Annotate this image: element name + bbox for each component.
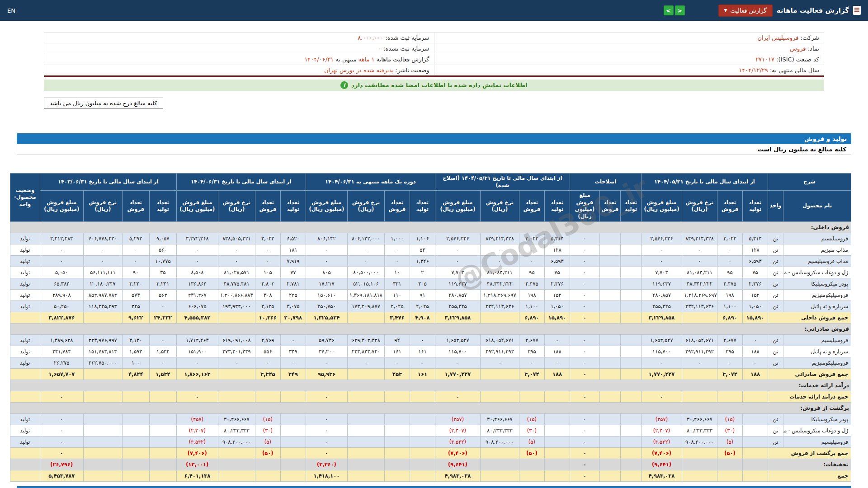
col-group-header: از ابتدای سال مالی تا تاریخ ۱۴۰۴/۰۵/۳۱	[641, 174, 768, 191]
value-cell: ۰	[410, 335, 435, 346]
unit-cell: تن	[768, 290, 783, 301]
row-label: جمع	[768, 470, 851, 482]
value-cell: ۱۵۴	[544, 290, 570, 301]
value-cell: ۷۵	[544, 267, 570, 278]
language-toggle[interactable]: EN	[7, 7, 15, 14]
col-group-header: از ابتدای سال مالی تا تاریخ ۱۴۰۳/۰۶/۳۱	[40, 174, 176, 191]
value-cell	[717, 470, 742, 482]
value-cell	[149, 470, 176, 482]
value-cell: ۸۴۹,۲۱۴,۴۲۸	[480, 233, 519, 244]
value-cell	[519, 391, 544, 403]
value-cell	[682, 448, 717, 459]
value-cell: ۹,۶۲۲	[122, 312, 149, 324]
product-row: پودر میکروسیلیکاتن۲,۴۷۶۲,۴۷۵۴۸,۳۴۲,۲۲۲۱۱…	[10, 278, 851, 290]
value-cell: ۱,۷۷۰,۲۲۷	[435, 369, 480, 380]
value-cell: ۰	[149, 301, 176, 312]
product-row: سرباره و ته پاتیلتن۱۸۸۳۹۵۲۹۲,۹۱۱,۳۹۲۱۱۵,…	[10, 346, 851, 357]
value-cell: ۴۸,۷۷۵,۴۸۱	[218, 278, 255, 290]
value-cell: ۴,۰۲۲	[255, 233, 280, 244]
report-type-dropdown[interactable]: گزارش فعالیت ▼	[718, 5, 773, 17]
value-cell: ۳۴۹	[280, 346, 306, 357]
product-row: مذاب منیزیمتن۱۲۸۰۰۰۰۱۲۸۰۰۰۵۳۰۰۰۱۸۱۰۰۰۵۶۰…	[10, 244, 851, 256]
value-cell: ۷,۷۰۳	[641, 267, 682, 278]
value-cell	[384, 448, 410, 459]
section-title: تولید و فروش	[804, 135, 847, 142]
unit-cell: تن	[768, 414, 783, 425]
status-cell: تولید	[10, 357, 40, 369]
value-cell: ۲۶,۲۷۵	[40, 357, 83, 369]
value-cell: ۱۸۸	[742, 346, 768, 357]
value-cell	[83, 391, 122, 403]
prev-report-button[interactable]: <	[664, 5, 674, 15]
value-cell	[742, 391, 768, 403]
value-cell: ۱۱۵,۷۰۰	[641, 346, 682, 357]
value-cell	[519, 459, 544, 470]
value-cell: ۱,۵۳۲	[149, 346, 176, 357]
sum-row: جمع فروش داخلی۱۵,۸۹۰۶,۸۹۰۳,۲۲۹,۸۵۸۰۱۵,۸۹…	[10, 312, 851, 324]
value-cell	[83, 369, 122, 380]
value-cell: ۰	[176, 391, 218, 403]
production-sales-table: شرحاز ابتدای سال مالی تا تاریخ ۱۴۰۴/۰۵/۳…	[10, 173, 851, 482]
value-cell: ۸۰۶,۱۴۲	[306, 233, 347, 244]
unit-cell: تن	[768, 436, 783, 448]
value-cell: ۱۰	[384, 267, 410, 278]
value-cell: ۲,۰۲۵	[410, 301, 435, 312]
value-cell: ۰	[519, 357, 544, 369]
value-cell	[620, 278, 641, 290]
value-cell: ۱۰۵	[255, 267, 280, 278]
value-cell	[599, 278, 620, 290]
value-cell: ۰	[570, 278, 599, 290]
value-cell	[280, 436, 306, 448]
value-cell: ۲,۸۰۶	[255, 278, 280, 290]
page-title: گزارش فعالیت ماهانه	[777, 6, 849, 14]
product-name: مذاب فروسیلیسیم	[783, 256, 851, 267]
value-cell: ۸۰۵	[306, 267, 347, 278]
value-cell	[599, 470, 620, 482]
value-cell: ۷۵	[742, 267, 768, 278]
value-cell: (۷,۴۰۶)	[176, 448, 218, 459]
value-cell	[280, 470, 306, 482]
product-row: فروسیلیکومنیزیمتن۱۵۴۱۹۸۱,۴۱۸,۴۶۹,۶۹۷۲۸۰,…	[10, 290, 851, 301]
col-subheader: تعداد تولید	[149, 191, 176, 222]
value-cell: ۰	[280, 357, 306, 369]
value-cell: ۲,۵۶۶,۳۲۶	[641, 233, 682, 244]
value-cell	[410, 436, 435, 448]
value-cell: ۱,۵۹۴	[122, 346, 149, 357]
col-subheader: نرخ فروش (ریال)	[347, 191, 384, 222]
value-cell: ۲۳۲,۱۱۳,۶۳۶	[682, 301, 717, 312]
value-cell	[347, 369, 384, 380]
next-report-button[interactable]: >	[675, 5, 685, 15]
value-cell: ۱۸۸	[742, 369, 768, 380]
value-cell: ۱,۳۸۹,۶۴۸	[40, 335, 83, 346]
value-cell: ۰	[384, 256, 410, 267]
value-cell: (۴,۵۴۲)	[435, 436, 480, 448]
value-cell: ۶,۴۰۱,۱۳۸	[176, 470, 218, 482]
value-cell: ۱,۰۵۰	[544, 301, 570, 312]
value-cell: ۵,۴۵۳,۷۸۷	[40, 470, 83, 482]
value-cell	[620, 436, 641, 448]
status-cell: تولید	[10, 335, 40, 346]
value-cell: ۰	[40, 436, 83, 448]
value-cell: ۳۶,۲۰۰	[306, 346, 347, 357]
col-subheader: تعداد فروش	[255, 191, 280, 222]
value-cell: ۱۷۳,۲۰۹,۸۷۷	[347, 301, 384, 312]
value-cell: ۰	[682, 244, 717, 256]
value-cell	[620, 335, 641, 346]
value-cell: ۰	[570, 346, 599, 357]
info-row: کد صنعت (ISIC): ۲۷۱۰۱۷گزارش فعالیت ماهان…	[44, 54, 824, 65]
value-cell: ۳,۱۳۰	[122, 335, 149, 346]
value-cell: (۳۰)	[255, 425, 280, 436]
value-cell: ۰	[149, 357, 176, 369]
value-cell: ۲۸۰,۸۵۷	[435, 290, 480, 301]
value-cell: (۵۰)	[519, 448, 544, 459]
value-cell: ۱,۴۰۰,۸۶۶,۸۸۳	[218, 290, 255, 301]
value-cell: ۷,۹۱۹	[280, 256, 306, 267]
col-subheader: نرخ فروش (ریال)	[480, 191, 519, 222]
value-cell	[480, 391, 519, 403]
value-cell: ۰	[218, 244, 255, 256]
value-cell: ۲۶۲,۷۵۰,۰۰۰	[83, 357, 122, 369]
value-cell: ۰	[280, 335, 306, 346]
value-cell: ۱,۷۷۰,۲۲۷	[641, 369, 682, 380]
unit-cell: تن	[768, 233, 783, 244]
value-cell	[599, 357, 620, 369]
